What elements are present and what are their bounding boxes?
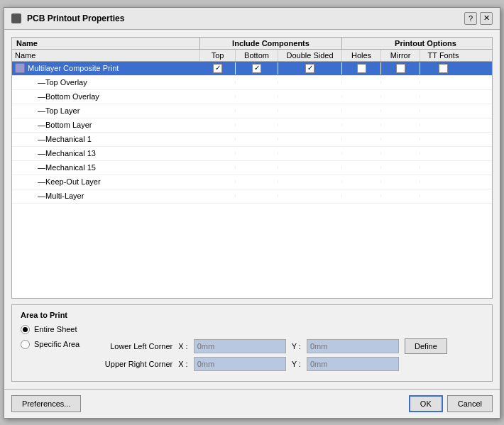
upper-right-x-label: X : (178, 360, 187, 368)
upper-right-row: Upper Right Corner X : Y : (98, 357, 447, 371)
bottom-checkbox-0[interactable] (252, 64, 261, 73)
col-double-sided: Double Sided (278, 50, 342, 61)
holes-checkbox-0[interactable] (357, 64, 366, 73)
lower-left-x-label: X : (178, 342, 187, 351)
preferences-button[interactable]: Preferences... (11, 395, 81, 412)
table-row[interactable]: —Top Overlay (12, 76, 492, 90)
row-holes-0[interactable] (342, 62, 381, 74)
table-row[interactable]: —Keep-Out Layer (12, 175, 492, 189)
row-name-multilayer: Multilayer Composite Print (12, 62, 200, 74)
entire-sheet-radio[interactable] (21, 325, 30, 334)
ttfonts-checkbox-0[interactable] (439, 64, 448, 73)
table-row[interactable]: —Mechanical 15 (12, 161, 492, 175)
col-top: Top (200, 50, 236, 61)
top-checkbox-0[interactable] (213, 64, 222, 73)
lower-left-y-input[interactable] (307, 339, 399, 353)
printout-options-group-header: Printout Options (342, 38, 493, 49)
table-row[interactable]: —Top Layer (12, 104, 492, 118)
specific-area-coords: Lower Left Corner X : Y : Define Upper R… (98, 338, 447, 371)
cancel-button[interactable]: Cancel (447, 395, 493, 412)
help-button[interactable]: ? (464, 12, 477, 25)
specific-area-option[interactable]: Specific Area Lower Left Corner X : Y : … (21, 338, 483, 371)
double-checkbox-0[interactable] (305, 64, 314, 73)
row-name-top-layer: —Top Layer (12, 105, 200, 116)
name-group-header: Name (12, 38, 200, 49)
area-section-title: Area to Print (21, 311, 483, 319)
table-row[interactable]: —Mechanical 13 (12, 147, 492, 161)
row-name-mech1: —Mechanical 1 (12, 133, 200, 145)
col-bottom: Bottom (236, 50, 278, 61)
row-cell (342, 81, 381, 84)
row-top-0[interactable] (200, 62, 236, 74)
include-components-group-header: Include Components (200, 38, 342, 49)
upper-right-y-input[interactable] (307, 357, 399, 371)
row-name-top-overlay: —Top Overlay (12, 77, 200, 88)
entire-sheet-option[interactable]: Entire Sheet (21, 325, 483, 334)
define-button[interactable]: Define (405, 338, 447, 354)
row-cell (381, 81, 420, 84)
row-cell (420, 81, 466, 84)
row-name-keepout: —Keep-Out Layer (12, 176, 200, 187)
dialog-body: Name Include Components Printout Options… (4, 30, 500, 389)
table-row[interactable]: —Bottom Overlay (12, 90, 492, 104)
dialog-title: PCB Printout Properties (27, 13, 124, 23)
table-row[interactable]: —Bottom Layer (12, 118, 492, 133)
ok-button[interactable]: OK (409, 395, 443, 412)
table-row[interactable]: Multilayer Composite Print (12, 62, 492, 76)
row-cell (200, 81, 236, 84)
close-button[interactable]: ✕ (480, 12, 493, 25)
layers-table: Name Include Components Printout Options… (11, 37, 493, 299)
group-header-row: Name Include Components Printout Options (12, 38, 492, 50)
col-tt-fonts: TT Fonts (420, 50, 466, 61)
row-mirror-0[interactable] (381, 62, 420, 74)
dialog-footer: Preferences... OK Cancel (4, 389, 500, 418)
row-bottom-0[interactable] (236, 62, 278, 74)
title-bar: PCB Printout Properties ? ✕ (4, 8, 500, 30)
lower-left-label: Lower Left Corner (98, 342, 172, 351)
row-double-0[interactable] (278, 62, 342, 74)
upper-right-label: Upper Right Corner (98, 360, 172, 368)
col-mirror: Mirror (381, 50, 420, 61)
area-to-print-section: Area to Print Entire Sheet Specific Area… (11, 304, 493, 382)
specific-area-label: Specific Area (34, 340, 80, 348)
row-ttfonts-0[interactable] (420, 62, 466, 74)
upper-right-x-input[interactable] (194, 357, 286, 371)
table-content: Multilayer Composite Print —Top Overlay (12, 62, 492, 298)
col-header-row: Name Top Bottom Double Sided Holes Mirro… (12, 50, 492, 62)
table-row[interactable]: —Mechanical 1 (12, 133, 492, 147)
row-cell (278, 81, 342, 84)
pcb-printout-dialog: PCB Printout Properties ? ✕ Name Include… (4, 7, 500, 419)
lower-left-x-input[interactable] (194, 339, 286, 353)
upper-right-y-label: Y : (292, 360, 301, 368)
col-name: Name (12, 50, 200, 61)
row-name-mech13: —Mechanical 13 (12, 148, 200, 159)
specific-area-radio[interactable] (21, 340, 30, 349)
dialog-icon (11, 13, 21, 23)
row-name-multilayer2: —Multi-Layer (12, 190, 200, 202)
lower-left-row: Lower Left Corner X : Y : Define (98, 338, 447, 354)
row-name-bottom-overlay: —Bottom Overlay (12, 91, 200, 102)
layer-icon (15, 63, 25, 73)
row-cell (236, 81, 278, 84)
table-row[interactable]: —Multi-Layer (12, 189, 492, 204)
entire-sheet-label: Entire Sheet (34, 325, 77, 333)
mirror-checkbox-0[interactable] (396, 64, 405, 73)
row-name-bottom-layer: —Bottom Layer (12, 119, 200, 131)
row-name-mech15: —Mechanical 15 (12, 162, 200, 173)
col-holes: Holes (342, 50, 381, 61)
lower-left-y-label: Y : (292, 342, 301, 351)
